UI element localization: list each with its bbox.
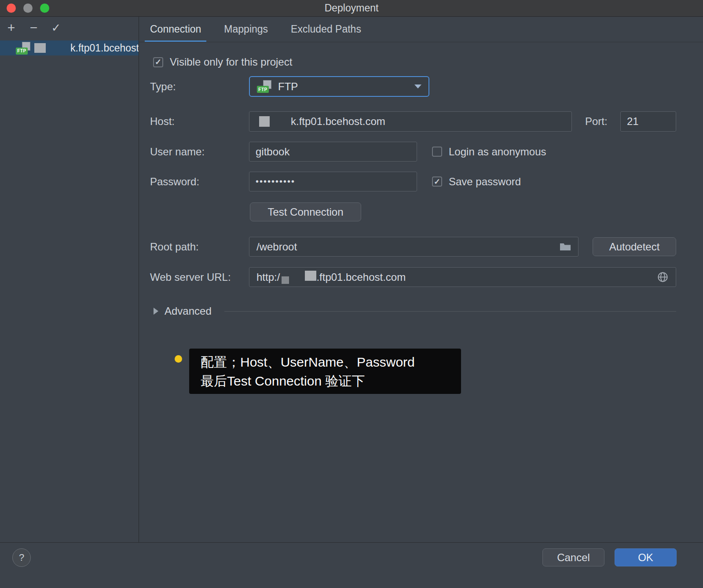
type-value: FTP bbox=[278, 81, 298, 93]
password-input[interactable] bbox=[249, 172, 417, 191]
type-label: Type: bbox=[150, 76, 176, 97]
zoom-button[interactable] bbox=[40, 4, 49, 13]
username-input[interactable] bbox=[249, 142, 417, 162]
help-button[interactable]: ? bbox=[12, 548, 31, 567]
visible-only-row: ✓ Visible only for this project bbox=[153, 56, 292, 68]
url-suffix: .ftp01.bcehost.com bbox=[316, 271, 406, 283]
annotation-tooltip: 配置；Host、UserName、Password 最后Test Connect… bbox=[189, 349, 461, 394]
minimize-button[interactable] bbox=[23, 4, 33, 13]
server-item-label: k.ftp01.bcehost.com bbox=[70, 42, 139, 54]
root-path-value: /webroot bbox=[256, 241, 297, 253]
port-label: Port: bbox=[585, 111, 608, 132]
server-list-toolbar: + − ✓ bbox=[0, 17, 139, 39]
redaction-block bbox=[305, 271, 316, 281]
visible-only-checkbox[interactable]: ✓ bbox=[153, 57, 163, 67]
yellow-dot-marker bbox=[175, 355, 182, 363]
tooltip-line: 配置；Host、UserName、Password bbox=[201, 353, 450, 371]
advanced-divider bbox=[224, 311, 676, 312]
window-title: Deployment bbox=[0, 0, 703, 16]
tooltip-line: 最后Test Connection 验证下 bbox=[201, 371, 450, 390]
close-button[interactable] bbox=[7, 4, 16, 13]
root-path-label: Root path: bbox=[150, 237, 199, 257]
deployment-dialog: Deployment + − ✓ FTP k.ftp01.bcehost.com… bbox=[0, 0, 703, 588]
autodetect-button[interactable]: Autodetect bbox=[593, 237, 676, 256]
dialog-footer: ? Cancel OK bbox=[0, 542, 703, 588]
use-as-default-button[interactable]: ✓ bbox=[45, 17, 67, 39]
folder-browse-icon[interactable] bbox=[560, 242, 571, 251]
host-field[interactable]: k.ftp01.bcehost.com bbox=[249, 111, 572, 132]
cancel-button[interactable]: Cancel bbox=[542, 548, 604, 566]
url-prefix: http:/ bbox=[256, 271, 280, 283]
redaction-block bbox=[282, 276, 289, 284]
globe-icon bbox=[657, 271, 669, 283]
ftp-icon: FTP bbox=[16, 42, 32, 55]
advanced-label: Advanced bbox=[165, 305, 212, 317]
traffic-lights bbox=[7, 4, 49, 13]
save-password-label: Save password bbox=[449, 176, 521, 188]
redaction-block bbox=[259, 116, 270, 127]
anonymous-checkbox[interactable] bbox=[432, 147, 442, 157]
tab-connection[interactable]: Connection bbox=[145, 17, 206, 42]
redaction-block bbox=[34, 43, 46, 53]
advanced-toggle[interactable]: Advanced bbox=[154, 305, 212, 318]
save-password-checkbox[interactable]: ✓ bbox=[432, 176, 442, 187]
password-label: Password: bbox=[150, 172, 199, 191]
window-titlebar: Deployment bbox=[0, 0, 703, 17]
tab-mappings[interactable]: Mappings bbox=[219, 17, 273, 42]
ok-button[interactable]: OK bbox=[615, 548, 677, 566]
port-input[interactable] bbox=[620, 111, 676, 132]
anonymous-label: Login as anonymous bbox=[449, 146, 546, 158]
web-server-url-field[interactable]: http:/ .ftp01.bcehost.com bbox=[249, 267, 676, 287]
ftp-icon: FTP bbox=[257, 80, 273, 93]
host-label: Host: bbox=[150, 111, 175, 132]
server-list-item[interactable]: FTP k.ftp01.bcehost.com bbox=[0, 40, 139, 55]
server-list-panel: + − ✓ FTP k.ftp01.bcehost.com bbox=[0, 17, 139, 542]
remove-server-button[interactable]: − bbox=[22, 17, 45, 39]
anonymous-row: Login as anonymous bbox=[432, 142, 546, 162]
visible-only-label: Visible only for this project bbox=[170, 56, 292, 68]
web-server-url-label: Web server URL: bbox=[150, 267, 231, 287]
ftp-badge: FTP bbox=[16, 48, 28, 55]
tab-bar: Connection Mappings Excluded Paths bbox=[139, 17, 703, 42]
triangle-right-icon bbox=[154, 308, 158, 315]
chevron-down-icon bbox=[414, 85, 421, 88]
type-dropdown[interactable]: FTP FTP bbox=[249, 76, 429, 97]
tab-excluded-paths[interactable]: Excluded Paths bbox=[286, 17, 366, 42]
root-path-field[interactable]: /webroot bbox=[249, 237, 579, 257]
ftp-badge: FTP bbox=[257, 86, 269, 93]
username-label: User name: bbox=[150, 142, 205, 162]
test-connection-button[interactable]: Test Connection bbox=[250, 202, 361, 221]
host-value: k.ftp01.bcehost.com bbox=[291, 115, 385, 128]
add-server-button[interactable]: + bbox=[0, 17, 22, 39]
save-password-row: ✓ Save password bbox=[432, 172, 521, 191]
